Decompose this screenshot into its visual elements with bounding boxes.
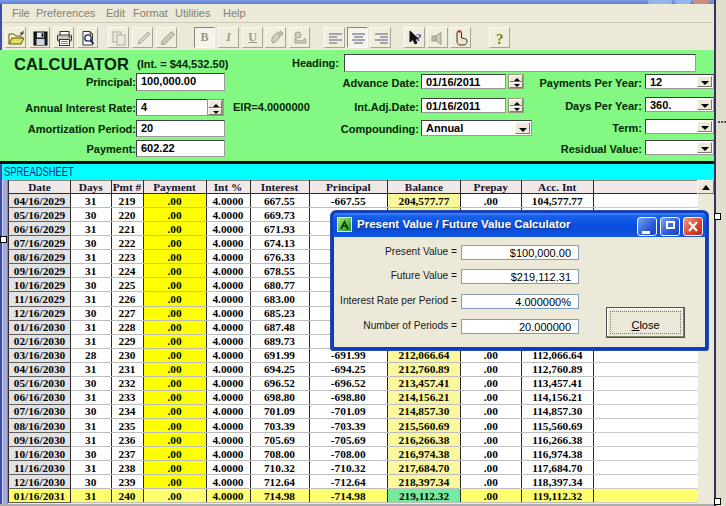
svg-text:?: ? [496, 31, 504, 47]
svg-text:?: ? [416, 31, 422, 43]
